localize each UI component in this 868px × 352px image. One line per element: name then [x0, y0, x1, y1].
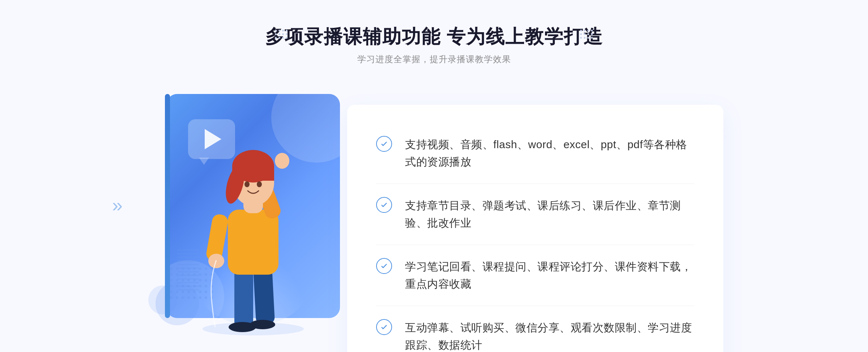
- check-icon-2: [376, 197, 392, 213]
- page-title: 多项录播课辅助功能 专为线上教学打造: [0, 25, 868, 48]
- svg-rect-2: [253, 267, 275, 326]
- check-icon-3: [376, 258, 392, 274]
- feature-text-3: 学习笔记回看、课程提问、课程评论打分、课件资料下载，重点内容收藏: [405, 258, 694, 293]
- dot-grid-left: [275, 30, 288, 39]
- blue-accent-bar: [165, 94, 170, 318]
- feature-item-4: 互动弹幕、试听购买、微信分享、观看次数限制、学习进度跟踪、数据统计: [376, 306, 694, 352]
- svg-point-13: [244, 181, 250, 187]
- features-panel: 支持视频、音频、flash、word、excel、ppt、pdf等各种格式的资源…: [347, 105, 723, 352]
- feature-text-2: 支持章节目录、弹题考试、课后练习、课后作业、章节测验、批改作业: [405, 197, 694, 232]
- dot-grid-right: [580, 30, 593, 39]
- feature-item-1: 支持视频、音频、flash、word、excel、ppt、pdf等各种格式的资源…: [376, 123, 694, 184]
- person-illustration: [181, 126, 326, 336]
- check-icon-4: [376, 319, 392, 335]
- svg-point-4: [250, 320, 275, 329]
- svg-point-16: [275, 153, 289, 169]
- svg-rect-1: [234, 267, 253, 329]
- feature-text-4: 互动弹幕、试听购买、微信分享、观看次数限制、学习进度跟踪、数据统计: [405, 319, 694, 352]
- main-content: »: [145, 83, 723, 352]
- illustration-container: »: [145, 83, 369, 336]
- page-container: 多项录播课辅助功能 专为线上教学打造 学习进度全掌握，提升录播课教学效果 »: [0, 0, 868, 352]
- check-icon-1: [376, 136, 392, 152]
- decorative-dots-left: [275, 30, 288, 39]
- decorative-dots-right: [580, 30, 593, 39]
- outer-chevron-icon: »: [112, 194, 123, 216]
- feature-item-2: 支持章节目录、弹题考试、课后练习、课后作业、章节测验、批改作业: [376, 184, 694, 245]
- svg-point-14: [257, 181, 262, 187]
- feature-text-1: 支持视频、音频、flash、word、excel、ppt、pdf等各种格式的资源…: [405, 136, 694, 171]
- page-subtitle: 学习进度全掌握，提升录播课教学效果: [0, 53, 868, 65]
- svg-rect-5: [228, 210, 278, 275]
- feature-item-3: 学习笔记回看、课程提问、课程评论打分、课件资料下载，重点内容收藏: [376, 245, 694, 306]
- header-section: 多项录播课辅助功能 专为线上教学打造 学习进度全掌握，提升录播课教学效果: [0, 0, 868, 65]
